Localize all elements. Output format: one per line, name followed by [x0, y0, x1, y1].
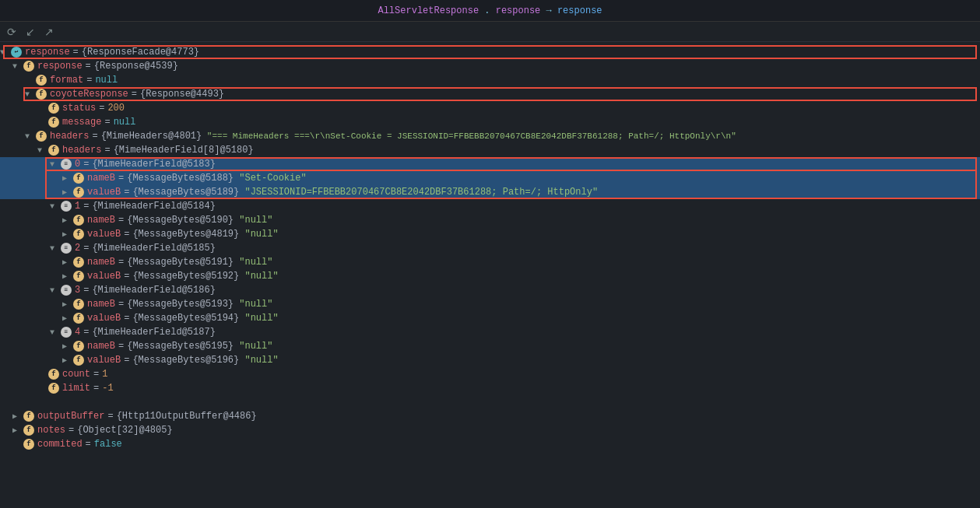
breadcrumb-param: response — [496, 5, 541, 16]
expand-headers-mime[interactable] — [25, 132, 36, 141]
icon-nameb3: f — [73, 299, 84, 310]
tree-row-item3[interactable]: ≡ 3 = {MimeHeaderField@5186} — [0, 283, 980, 297]
val-nameb2-str: "null" — [234, 257, 272, 268]
key-response-facade: response — [25, 47, 70, 58]
key-nameb4: nameB — [87, 341, 115, 352]
tree-row-message[interactable]: f message = null — [0, 115, 980, 129]
val-response-facade: {ResponseFacade@4773} — [82, 47, 199, 58]
expand-nameb0[interactable] — [62, 173, 73, 183]
expand-item0[interactable] — [50, 160, 61, 169]
toolbar-btn-3[interactable]: ↗ — [42, 26, 56, 38]
expand-nameb3[interactable] — [62, 300, 73, 309]
toolbar-btn-1[interactable]: ⟳ — [5, 26, 19, 38]
expand-valueb0[interactable] — [62, 187, 73, 197]
expand-item2[interactable] — [50, 244, 61, 253]
tree-row-nameb2[interactable]: f nameB = {MessageBytes@5191} "null" — [0, 255, 980, 269]
tree-row-nameb1[interactable]: f nameB = {MessageBytes@5190} "null" — [0, 213, 980, 227]
val-limit: -1 — [102, 383, 113, 394]
tree-row-limit[interactable]: f limit = -1 — [0, 381, 980, 395]
tree-row-valueb0[interactable]: f valueB = {MessageBytes@5189} "JSESSION… — [0, 185, 980, 199]
breadcrumb: AllServletResponse . response → response — [378, 5, 602, 16]
tree-row-outputbuffer[interactable]: f outputBuffer = {Http11OutputBuffer@448… — [0, 409, 980, 423]
tree-row-valueb4[interactable]: f valueB = {MessageBytes@5196} "null" — [0, 353, 980, 367]
expand-valueb1[interactable] — [62, 229, 73, 239]
key-format: format — [50, 75, 83, 86]
val-valueb4-ref: {MessageBytes@5196} — [132, 355, 239, 366]
toolbar-btn-2[interactable]: ↙ — [23, 26, 37, 38]
expand-valueb4[interactable] — [62, 356, 73, 365]
val-valueb0-str: "JSESSIONID=FFBEBB2070467CB8E2042DBF37B6… — [239, 187, 598, 198]
key-nameb2: nameB — [87, 257, 115, 268]
tree-row-valueb3[interactable]: f valueB = {MessageBytes@5194} "null" — [0, 311, 980, 325]
tree-row-notes[interactable]: f notes = {Object[32]@4805} — [0, 423, 980, 437]
expand-coyote[interactable] — [25, 90, 36, 99]
tree-row-status[interactable]: f status = 200 — [0, 101, 980, 115]
tree-row-valueb1[interactable]: f valueB = {MessageBytes@4819} "null" — [0, 227, 980, 241]
tree-row-headers-mime[interactable]: f headers = {MimeHeaders@4801} "=== Mime… — [0, 129, 980, 143]
icon-count: f — [48, 369, 59, 380]
tree-row-nameb3[interactable]: f nameB = {MessageBytes@5193} "null" — [0, 297, 980, 311]
tree-row-coyote[interactable]: f coyoteResponse = {Response@4493} — [0, 87, 980, 101]
tree-row-nameb4[interactable]: f nameB = {MessageBytes@5195} "null" — [0, 339, 980, 353]
val-outputbuffer: {Http11OutputBuffer@4486} — [117, 411, 257, 422]
key-message: message — [62, 117, 101, 128]
icon-nameb4: f — [73, 341, 84, 352]
expand-valueb2[interactable] — [62, 272, 73, 281]
tree-row-item1[interactable]: ≡ 1 = {MimeHeaderField@5184} — [0, 199, 980, 213]
expand-response-facade[interactable] — [0, 48, 11, 57]
val-item4: {MimeHeaderField@5187} — [92, 327, 215, 338]
key-count: count — [62, 369, 90, 380]
expand-outputbuffer[interactable] — [12, 412, 23, 421]
expand-nameb4[interactable] — [62, 342, 73, 351]
tree-row-headers-array[interactable]: f headers = {MimeHeaderField[8]@5180} — [0, 143, 980, 157]
icon-item1: ≡ — [61, 201, 72, 212]
tree-row-item4[interactable]: ≡ 4 = {MimeHeaderField@5187} — [0, 325, 980, 339]
breadcrumb-dot: . — [484, 5, 490, 16]
icon-item2: ≡ — [61, 243, 72, 254]
tree-row-item2[interactable]: ≡ 2 = {MimeHeaderField@5185} — [0, 241, 980, 255]
icon-headers-array: f — [48, 145, 59, 156]
tree-container[interactable]: ↩ response = {ResponseFacade@4773} f res… — [0, 42, 980, 508]
val-valueb4-str: "null" — [239, 355, 278, 366]
key-limit: limit — [62, 383, 90, 394]
val-valueb1-ref: {MessageBytes@4819} — [132, 229, 239, 240]
val-commited: false — [94, 439, 122, 450]
expand-nameb1[interactable] — [62, 215, 73, 225]
expand-item1[interactable] — [50, 202, 61, 211]
val-valueb2-str: "null" — [239, 271, 278, 282]
tree-row-response-facade[interactable]: ↩ response = {ResponseFacade@4773} — [0, 45, 980, 59]
tree-row-item0[interactable]: ≡ 0 = {MimeHeaderField@5183} — [0, 157, 980, 171]
val-count: 1 — [102, 369, 107, 380]
key-response-inner: response — [37, 61, 83, 72]
tree-row-nameb0[interactable]: f nameB = {MessageBytes@5188} "Set-Cooki… — [0, 171, 980, 185]
tree-row-spacer — [0, 395, 980, 409]
tree-row-commited[interactable]: f commited = false — [0, 437, 980, 451]
icon-format: f — [36, 75, 47, 86]
val-message: null — [114, 117, 136, 128]
key-valueb4: valueB — [87, 355, 121, 366]
icon-valueb3: f — [73, 313, 84, 324]
tree-row-response-inner[interactable]: f response = {Response@4539} — [0, 59, 980, 73]
key-valueb2: valueB — [87, 271, 121, 282]
expand-headers-array[interactable] — [37, 146, 48, 155]
icon-nameb2: f — [73, 257, 84, 268]
icon-item3: ≡ — [61, 285, 72, 296]
val-valueb0-ref: {MessageBytes@5189} — [132, 187, 239, 198]
val-valueb2-ref: {MessageBytes@5192} — [132, 271, 239, 282]
tree-row-format[interactable]: f format = null — [0, 73, 980, 87]
expand-response-inner[interactable] — [12, 62, 23, 71]
icon-valueb2: f — [73, 271, 84, 282]
key-valueb3: valueB — [87, 313, 121, 324]
expand-nameb2[interactable] — [62, 258, 73, 267]
tree-row-valueb2[interactable]: f valueB = {MessageBytes@5192} "null" — [0, 269, 980, 283]
expand-item3[interactable] — [50, 286, 61, 295]
val-response-inner: {Response@4539} — [94, 61, 178, 72]
icon-nameb1: f — [73, 215, 84, 226]
val-headers-array: {MimeHeaderField[8]@5180} — [114, 145, 254, 156]
expand-item4[interactable] — [50, 328, 61, 337]
expand-valueb3[interactable] — [62, 314, 73, 323]
expand-notes[interactable] — [12, 426, 23, 435]
tree-row-count[interactable]: f count = 1 — [0, 367, 980, 381]
val-headers-mime-ref: {MimeHeaders@4801} — [101, 131, 202, 142]
key-commited: commited — [37, 439, 83, 450]
